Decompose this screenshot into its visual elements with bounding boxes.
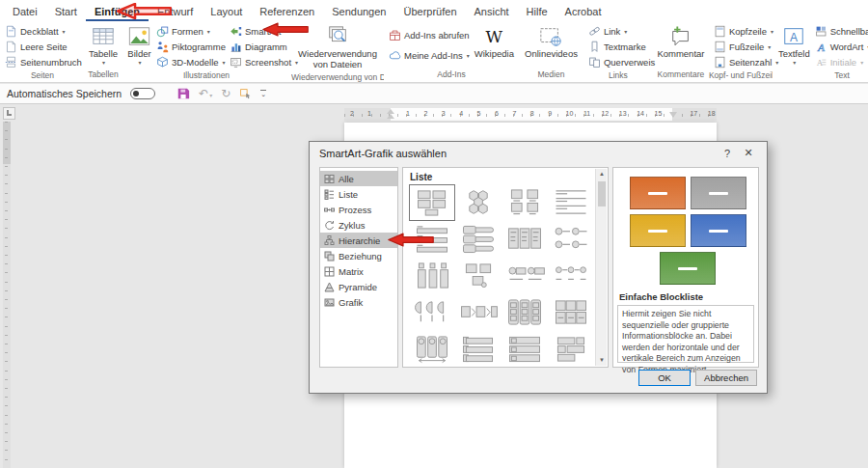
comment-icon — [668, 25, 693, 48]
gallery-item-block-mix[interactable] — [548, 331, 594, 368]
dialog-title: SmartArt-Grafik auswählen — [319, 148, 447, 159]
gallery-item-side-tab-list[interactable] — [455, 331, 502, 368]
cancel-button[interactable]: Abbrechen — [695, 370, 757, 386]
scrollbar-thumb[interactable] — [598, 181, 606, 206]
tab-start[interactable]: Start — [46, 3, 86, 21]
tab-hilfe[interactable]: Hilfe — [518, 3, 556, 21]
category-item-alle[interactable]: Alle — [320, 171, 397, 186]
textfeld-button[interactable]: A Textfeld▾ — [775, 23, 813, 68]
kommentar-button[interactable]: Kommentar — [654, 23, 707, 61]
left-indent-marker[interactable] — [387, 109, 394, 114]
schnellbausteine-button[interactable]: Schnellbausteine▾ — [813, 24, 868, 39]
gallery-item-chevron-boxes[interactable] — [455, 294, 502, 331]
gallery-item-hexagons[interactable] — [455, 184, 502, 221]
touch-mode-icon[interactable] — [239, 88, 252, 100]
gallery-item-blocklist[interactable] — [409, 184, 455, 221]
piktogramme-button[interactable]: Piktogramme — [154, 40, 228, 54]
right-indent-marker[interactable] — [669, 112, 677, 118]
tab-acrobat[interactable]: Acrobat — [556, 3, 610, 21]
ribbon-group-seiten: Deckblatt▾ Leere Seite Seitenumbruch Sei… — [0, 21, 85, 82]
scroll-up-icon[interactable]: ▲ — [596, 169, 608, 179]
gallery-item-panel-stacks[interactable] — [502, 294, 548, 331]
blank-page-icon — [5, 41, 17, 53]
gallery-item-half-circles[interactable] — [409, 294, 455, 331]
tab-sendungen[interactable]: Sendungen — [323, 3, 394, 21]
textmarke-button[interactable]: Textmarke — [586, 40, 657, 54]
category-item-liste[interactable]: Liste — [320, 186, 397, 202]
category-item-beziehung[interactable]: Beziehung — [320, 248, 397, 263]
gallery-item-text-lines[interactable] — [548, 184, 594, 221]
help-button[interactable]: ? — [717, 148, 738, 159]
ribbon-group-text: A Textfeld▾ Schnellbausteine▾ A WordArt▾… — [773, 21, 868, 82]
tab-referenzen[interactable]: Referenzen — [251, 3, 323, 21]
gallery-item-bar-dots[interactable] — [548, 221, 594, 258]
dialog-title-bar[interactable]: SmartArt-Grafik auswählen ? ✕ — [310, 142, 767, 164]
scroll-down-icon[interactable]: ▼ — [596, 355, 608, 366]
querverweis-button[interactable]: Querverweis — [586, 55, 657, 69]
screenshot-icon — [230, 56, 242, 69]
preview-block — [630, 214, 686, 247]
redo-icon[interactable]: ↻ — [221, 88, 231, 99]
dialog-preview: Einfache Blockliste Hiermit zeigen Sie n… — [612, 167, 759, 368]
link-button[interactable]: Link▾ — [586, 24, 657, 39]
initiale-button[interactable]: A Initiale▾ — [813, 55, 868, 69]
customize-qat-button[interactable]: ⌄ — [260, 90, 266, 97]
tabelle-button[interactable]: Tabelle▾ — [86, 23, 121, 68]
category-item-hierarchie[interactable]: Hierarchie — [320, 233, 397, 248]
wordart-button[interactable]: A WordArt▾ — [813, 40, 868, 54]
cross-reference-icon — [588, 56, 601, 69]
text-lines-thumbnail-icon — [550, 187, 592, 217]
addins-abrufen-button[interactable]: Add-Ins abrufen — [387, 28, 472, 42]
gallery-item-circle-box-pairs[interactable] — [502, 258, 548, 294]
3d-modelle-button[interactable]: 3D-Modelle▾ — [154, 55, 228, 69]
tab-stop-selector[interactable] — [3, 107, 15, 120]
deckblatt-button[interactable]: Deckblatt▾ — [3, 24, 84, 39]
get-addins-icon — [389, 29, 401, 41]
gallery-item-picture-blocks[interactable] — [502, 184, 548, 221]
link-icon — [588, 25, 601, 38]
screenshot-button[interactable]: Screenshot▾ — [228, 55, 289, 69]
category-item-grafik[interactable]: Grafik — [320, 294, 397, 310]
dialog-gallery: Liste ▲ ▼ — [402, 167, 609, 368]
3d-models-icon — [156, 56, 169, 69]
tab-layout[interactable]: Layout — [202, 3, 251, 21]
panel-stacks-thumbnail-icon — [503, 297, 546, 327]
svg-text:A: A — [817, 41, 825, 53]
leere-seite-button[interactable]: Leere Seite — [3, 40, 84, 54]
tab-datei[interactable]: Datei — [4, 3, 46, 21]
tab-ansicht[interactable]: Ansicht — [466, 3, 518, 21]
gallery-item-v-columns[interactable] — [409, 258, 455, 294]
undo-button[interactable]: ↶▾ — [199, 88, 212, 99]
gallery-item-grouped-boxes[interactable] — [455, 258, 502, 294]
tab-ueberpruefen[interactable]: Überprüfen — [394, 3, 465, 21]
cover-page-icon — [5, 25, 17, 38]
diagramm-button[interactable]: Diagramm — [228, 40, 289, 54]
bilder-button[interactable]: Bilder▾ — [124, 23, 154, 68]
category-item-prozess[interactable]: Prozess — [320, 202, 397, 217]
save-icon[interactable] — [176, 87, 190, 100]
seitenumbruch-button[interactable]: Seitenumbruch — [3, 55, 84, 69]
category-item-pyramide[interactable]: Pyramide — [320, 279, 397, 294]
wikipedia-button[interactable]: W Wikipedia — [472, 23, 517, 61]
kopfzeile-button[interactable]: Kopfzeile▾ — [712, 24, 780, 39]
gallery-scrollbar[interactable]: ▲ ▼ — [595, 169, 607, 366]
close-button[interactable]: ✕ — [738, 147, 759, 159]
category-item-matrix[interactable]: Matrix — [320, 263, 397, 279]
gallery-item-dash-circles[interactable] — [548, 258, 594, 294]
gallery-item-column-text[interactable] — [502, 221, 548, 258]
gallery-item-circle-panels[interactable] — [409, 331, 455, 368]
formen-button[interactable]: Formen▾ — [154, 24, 228, 39]
gallery-item-square-bars[interactable] — [502, 331, 548, 368]
side-tab-list-thumbnail-icon — [457, 334, 500, 364]
seitenzahl-button[interactable]: Seitenzahl▾ — [712, 55, 780, 69]
meine-addins-button[interactable]: Meine Add-Ins▾ — [387, 48, 472, 63]
ruler-number: 13 — [619, 110, 627, 117]
gallery-item-tab-bars[interactable] — [455, 221, 502, 258]
gallery-item-big-squares[interactable] — [548, 294, 594, 331]
fusszeile-button[interactable]: Fußzeile▾ — [712, 40, 780, 54]
autosave-toggle[interactable] — [130, 88, 155, 99]
prozess-category-icon — [324, 205, 335, 215]
category-item-zyklus[interactable]: Zyklus — [320, 217, 397, 233]
onlinevideos-button[interactable]: Onlinevideos — [522, 23, 581, 61]
ok-button[interactable]: OK — [638, 370, 691, 386]
